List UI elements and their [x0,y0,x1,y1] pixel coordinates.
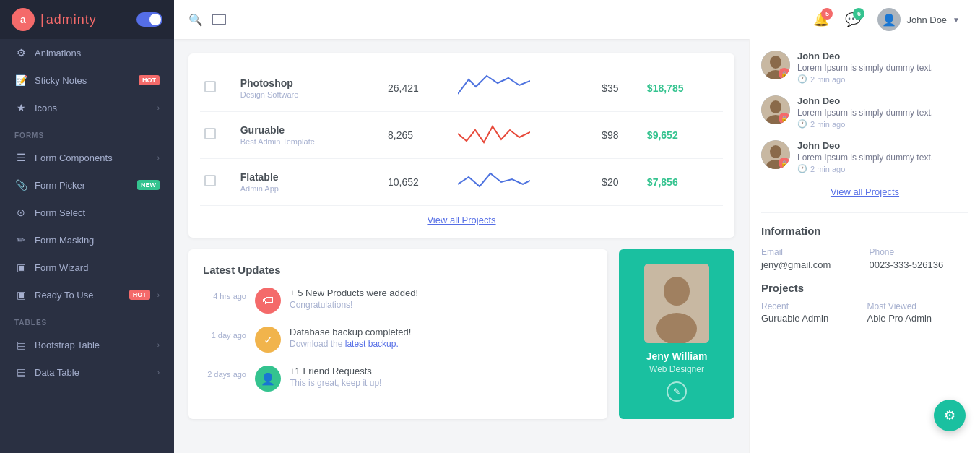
sidebar-header: a |adminty [0,0,174,39]
sidebar-item-form-masking[interactable]: ✏ Form Masking [0,226,174,254]
sidebar-item-data-table[interactable]: ▤ Data Table › [0,358,174,386]
profile-edit-button[interactable]: ✎ [667,381,687,402]
message-avatar: 🔒 [761,140,790,169]
view-all-projects-link[interactable]: View all Projects [200,213,723,226]
project-price: $20 [597,159,643,206]
content-area: Photoshop Design Software 26,421 $35 $18… [174,39,980,453]
new-badge: NEW [137,180,160,190]
recent-project: Recent Guruable Admin [761,301,863,324]
update-time: 4 hrs ago [203,292,246,301]
fullscreen-button[interactable] [212,14,226,25]
projects-card: Photoshop Design Software 26,421 $35 $18… [188,53,734,238]
row-checkbox[interactable] [204,128,216,139]
svg-point-7 [770,100,781,113]
project-revenue: $18,785 [643,65,723,112]
profile-avatar [644,264,709,343]
message-item: 🔒 John Deo Lorem Ipsum is simply dummy t… [761,95,968,129]
project-revenue: $7,856 [643,159,723,206]
message-content: John Deo Lorem Ipsum is simply dummy tex… [797,140,933,173]
sidebar-item-form-picker[interactable]: 📎 Form Picker NEW [0,171,174,199]
message-text: Lorem Ipsum is simply dummy text. [797,152,933,163]
sidebar-toggle[interactable] [136,12,162,27]
message-notification-button[interactable]: 💬 6 [840,7,866,33]
sidebar-item-form-wizard[interactable]: ▣ Form Wizard [0,254,174,281]
arrow-icon2: › [157,291,160,299]
projects-table: Photoshop Design Software 26,421 $35 $18… [200,65,723,206]
arrow-icon: › [157,154,160,162]
update-content: Database backup completed! Download the … [290,327,593,349]
message-avatar: 🔒 [761,51,790,79]
update-dot: ✓ [255,327,281,353]
search-icon[interactable]: 🔍 [188,13,203,27]
profile-name: Jeny William [646,350,708,362]
row-checkbox[interactable] [204,175,216,186]
update-dot: 🏷 [255,288,281,314]
sparkline-chart [458,119,530,148]
user-avatar: 👤 [877,8,901,31]
update-link[interactable]: latest backup. [345,339,399,349]
information-title: Information [761,225,968,237]
bell-notification-button[interactable]: 🔔 5 [808,7,834,33]
info-grid: Email jeny@gmail.com Phone 0023-333-5261… [761,247,968,270]
forms-section-label: Forms [0,121,174,144]
updates-card: Latest Updates 4 hrs ago 🏷 + 5 New Produ… [188,249,607,419]
svg-point-4 [770,56,781,69]
topbar-right: 🔔 5 💬 6 👤 John Doe ▼ [808,5,966,34]
icons-icon: ★ [14,101,27,114]
right-panel: 🔒 John Deo Lorem Ipsum is simply dummy t… [749,39,980,453]
sidebar-item-bootstrap-table[interactable]: ▤ Bootstrap Table › [0,331,174,358]
projects-section-title: Projects [761,282,968,294]
profile-role: Web Designer [649,364,704,374]
message-time: 🕐 2 min ago [797,119,933,129]
svg-point-2 [656,313,697,343]
message-time: 🕐 2 min ago [797,164,933,173]
sparkline-chart [458,166,530,195]
update-time: 2 days ago [203,370,246,379]
center-panel: Photoshop Design Software 26,421 $35 $18… [174,39,749,453]
update-item: 4 hrs ago 🏷 + 5 New Products were added!… [203,288,593,314]
svg-point-1 [664,277,690,306]
form-components-icon: ☰ [14,151,27,164]
form-picker-icon: 📎 [14,178,27,191]
update-main: Database backup completed! [290,327,593,337]
sidebar: a |adminty ⚙ Animations 📝 Sticky Notes H… [0,0,174,453]
bottom-section: Latest Updates 4 hrs ago 🏷 + 5 New Produ… [188,249,734,419]
most-viewed-project: Most Viewed Able Pro Admin [867,301,969,324]
form-masking-icon: ✏ [14,233,27,246]
sparkline-chart [458,72,530,101]
fab-settings-button[interactable]: ⚙ [934,400,966,431]
sidebar-item-sticky-notes[interactable]: 📝 Sticky Notes HOT [0,66,174,94]
sidebar-item-ready-to-use[interactable]: ▣ Ready To Use HOT › [0,281,174,309]
message-badge: 6 [853,8,864,20]
message-sender-name: John Deo [797,95,933,106]
sidebar-logo: a [12,8,35,31]
right-panel-view-all[interactable]: View all Projects [761,185,968,198]
project-name: Flatable [240,171,379,183]
message-item: 🔒 John Deo Lorem Ipsum is simply dummy t… [761,51,968,84]
user-menu[interactable]: 👤 John Doe ▼ [872,5,966,34]
project-count: 26,421 [383,65,454,112]
sidebar-item-form-select[interactable]: ⊙ Form Select [0,199,174,226]
sidebar-item-icons[interactable]: ★ Icons › [0,94,174,121]
message-content: John Deo Lorem Ipsum is simply dummy tex… [797,51,933,84]
update-content: + 5 New Products were added! Congratulat… [290,288,593,310]
project-price: $98 [597,112,643,159]
row-checkbox[interactable] [204,81,216,92]
table-row: Flatable Admin App 10,652 $20 $7,856 [200,159,723,206]
animations-icon: ⚙ [14,46,27,59]
projects-section: Projects Recent Guruable Admin Most View… [761,282,968,324]
update-main: + 5 New Products were added! [290,288,593,298]
clock-icon: 🕐 [797,164,807,173]
clock-icon: 🕐 [797,119,807,129]
message-avatar: 🔒 [761,95,790,124]
main-content: 🔍 🔔 5 💬 6 👤 John Doe ▼ [174,0,980,453]
project-subtitle: Best Admin Template [240,137,379,146]
update-main: +1 Friend Requests [290,366,593,376]
update-item: 1 day ago ✓ Database backup completed! D… [203,327,593,353]
message-text: Lorem Ipsum is simply dummy text. [797,63,933,73]
update-time: 1 day ago [203,331,246,340]
sidebar-item-animations[interactable]: ⚙ Animations [0,39,174,66]
form-select-icon: ⊙ [14,206,27,219]
sidebar-item-form-components[interactable]: ☰ Form Components › [0,144,174,171]
gear-icon: ⚙ [944,407,955,423]
